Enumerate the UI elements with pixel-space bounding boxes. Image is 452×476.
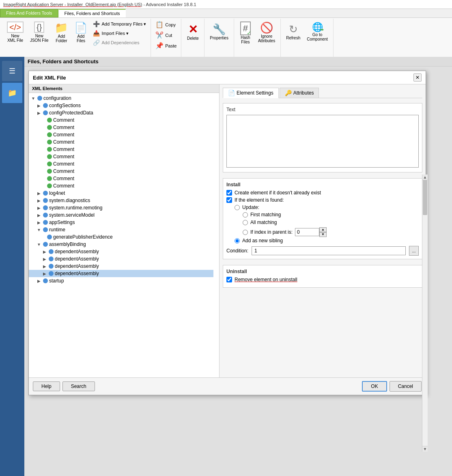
add-dep-icon: 🔗: [93, 39, 100, 46]
section-header: Files, Folders and Shortcuts: [24, 57, 452, 67]
new-json-icon: {}: [34, 22, 44, 33]
paste-icon: 📌: [155, 42, 164, 50]
tab-files-and-folders-tools[interactable]: Files And Folders Tools: [0, 9, 58, 17]
ignore-attributes-icon: 🚫: [260, 22, 273, 34]
add-temp-label: Add Temporary Files ▾: [101, 22, 146, 27]
add-files-button[interactable]: 📄 AddFiles: [71, 19, 90, 45]
import-files-button[interactable]: 📥 Import Files ▾: [91, 29, 148, 38]
add-folder-icon: 📁: [55, 22, 68, 34]
tab-files-folders-shortcuts[interactable]: Files, Folders and Shortcuts: [58, 9, 126, 17]
new-json-file-button[interactable]: {} NewJSON File: [27, 19, 52, 45]
paste-label: Paste: [165, 43, 176, 48]
add-temp-icon: ➕: [93, 21, 100, 27]
new-json-label: NewJSON File: [30, 34, 49, 43]
go-to-component-label: Go toComponent: [307, 32, 328, 41]
go-to-component-button[interactable]: 🌐➡ Go toComponent: [304, 19, 331, 44]
add-temporary-files-button[interactable]: ➕ Add Temporary Files ▾: [91, 19, 148, 28]
import-label: Import Files ▾: [101, 31, 129, 36]
title-underlined: ImageRight Application Server - Installe…: [3, 2, 142, 7]
title-bar: ImageRight Application Server - Installe…: [0, 0, 452, 9]
add-folder-button[interactable]: 📁 AddFolder: [52, 19, 71, 45]
add-dep-label: Add Dependencies: [101, 40, 139, 45]
clipboard-buttons: 📋 Copy ✂️ Cut 📌 Paste: [153, 19, 179, 57]
add-folder-label: AddFolder: [56, 34, 67, 43]
cut-label: Cut: [165, 33, 172, 38]
properties-label: Properties: [210, 36, 228, 40]
copy-label: Copy: [165, 22, 176, 27]
properties-button[interactable]: 🔧 Properties: [207, 19, 231, 44]
hash-files-icon: # ✓: [240, 22, 251, 35]
new-xml-label: NewXML File: [7, 34, 23, 43]
ignore-attributes-button[interactable]: 🚫 IgnoreAttributes: [255, 19, 278, 45]
new-xml-icon: </>: [7, 22, 24, 33]
paste-button[interactable]: 📌 Paste: [153, 41, 179, 51]
refresh-label: Refresh: [286, 36, 300, 40]
add-files-label: AddFiles: [77, 34, 85, 43]
import-icon: 📥: [93, 30, 100, 37]
copy-icon: 📋: [155, 21, 164, 28]
refresh-button[interactable]: ↻ Refresh: [283, 19, 303, 44]
cut-icon: ✂️: [155, 31, 164, 39]
sidebar-item-1[interactable]: ☰: [2, 61, 22, 67]
title-app: - Advanced Installer 18.8.1: [143, 2, 196, 7]
go-to-component-icon: 🌐➡: [312, 22, 323, 32]
delete-button[interactable]: ✕ Delete: [184, 19, 202, 44]
add-small-buttons: ➕ Add Temporary Files ▾ 📥 Import Files ▾…: [91, 19, 148, 54]
sidebar: ☰ 📁: [0, 57, 24, 67]
copy-button[interactable]: 📋 Copy: [153, 19, 179, 30]
add-files-icon: 📄: [74, 22, 87, 34]
delete-icon: ✕: [188, 23, 198, 36]
hash-files-button[interactable]: # ✓ HashFiles: [237, 19, 254, 46]
ribbon-tabs: Files And Folders Tools Files, Folders a…: [0, 9, 452, 18]
section-header-title: Files, Folders and Shortcuts: [28, 58, 99, 65]
ignore-attributes-label: IgnoreAttributes: [258, 34, 275, 43]
hash-files-label: HashFiles: [241, 35, 250, 44]
cut-button[interactable]: ✂️ Cut: [153, 30, 179, 40]
delete-label: Delete: [187, 36, 199, 41]
title-text: ImageRight Application Server - Installe…: [3, 2, 196, 7]
add-dependencies-button[interactable]: 🔗 Add Dependencies: [91, 38, 148, 47]
refresh-icon: ↻: [289, 23, 298, 36]
new-xml-file-button[interactable]: </> NewXML File: [4, 19, 26, 45]
properties-icon: 🔧: [213, 23, 226, 36]
